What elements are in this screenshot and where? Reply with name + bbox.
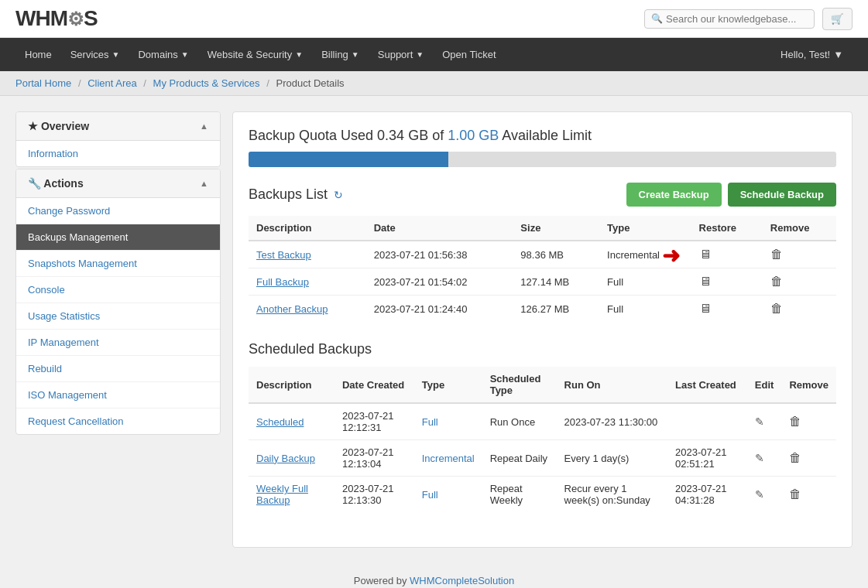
- edit-icon[interactable]: ✎: [755, 452, 764, 464]
- logo-text: WHM⚙S: [15, 6, 98, 31]
- delete-icon[interactable]: 🗑: [770, 275, 783, 289]
- nav-item-services[interactable]: Services ▼: [61, 38, 129, 71]
- sched-delete-icon[interactable]: 🗑: [789, 487, 801, 501]
- sched-col-scheduled-type: ScheduledType: [482, 367, 557, 403]
- topbar: WHM⚙S 🔍 🛒: [0, 0, 868, 38]
- topbar-right: 🔍 🛒: [644, 8, 853, 30]
- sched-run-on: 2023-07-23 11:30:00: [557, 403, 667, 440]
- progress-fill: [249, 152, 448, 167]
- services-caret-icon: ▼: [112, 50, 120, 59]
- billing-caret-icon: ▼: [352, 50, 359, 59]
- sched-run-on: Recur every 1 week(s) on:Sunday: [557, 477, 667, 513]
- col-date: Date: [366, 216, 513, 241]
- sched-delete-icon[interactable]: 🗑: [789, 415, 801, 429]
- nav-items: Home Services ▼ Domains ▼ Website & Secu…: [15, 38, 506, 71]
- sched-col-run-on: Run On: [557, 367, 667, 403]
- sidebar-actions-header[interactable]: 🔧 Actions ▲: [16, 169, 220, 198]
- sched-description-link[interactable]: Weekly Full Backup: [256, 483, 308, 506]
- star-icon: ★: [28, 120, 38, 132]
- sched-col-description: Description: [249, 367, 335, 403]
- nav-item-website-security[interactable]: Website & Security ▼: [198, 38, 313, 71]
- table-row: Another Backup 2023-07-21 01:24:40 126.2…: [249, 296, 836, 323]
- backup-description-link[interactable]: Full Backup: [256, 276, 309, 288]
- sched-date-created: 2023-07-21 12:12:31: [335, 403, 414, 440]
- sidebar-item-change-password[interactable]: Change Password: [16, 198, 220, 224]
- backup-restore-cell: 🖥: [691, 268, 763, 296]
- backups-table: Description Date Size Type Restore Remov…: [249, 216, 836, 322]
- search-box: 🔍: [644, 9, 815, 29]
- edit-icon[interactable]: ✎: [755, 488, 764, 501]
- logo-gear-icon: ⚙: [67, 9, 84, 29]
- sched-scheduled-type: Run Once: [482, 403, 557, 440]
- sched-delete-icon[interactable]: 🗑: [789, 451, 801, 465]
- breadcrumb-portal-home[interactable]: Portal Home: [15, 77, 71, 89]
- quota-title: Backup Quota Used 0.34 GB of 1.00 GB Ava…: [249, 128, 836, 144]
- backup-description-link[interactable]: Another Backup: [256, 303, 328, 315]
- breadcrumb-sep-2: /: [143, 77, 146, 89]
- nav-item-domains[interactable]: Domains ▼: [129, 38, 197, 71]
- nav-user[interactable]: Hello, Test! ▼: [771, 38, 853, 71]
- col-remove: Remove: [763, 216, 836, 241]
- col-description: Description: [249, 216, 366, 241]
- sched-col-type: Type: [414, 367, 482, 403]
- website-security-caret-icon: ▼: [295, 50, 303, 59]
- backup-remove-cell: 🗑: [763, 241, 836, 268]
- quota-highlight: 1.00 GB: [448, 128, 499, 143]
- delete-icon[interactable]: 🗑: [770, 302, 783, 316]
- nav-item-home[interactable]: Home: [15, 38, 61, 71]
- nav-item-billing[interactable]: Billing ▼: [312, 38, 369, 71]
- restore-icon[interactable]: 🖥: [699, 248, 712, 262]
- sidebar-item-usage-statistics[interactable]: Usage Statistics: [16, 303, 220, 330]
- overview-chevron-icon: ▲: [200, 121, 208, 131]
- table-row: Weekly Full Backup 2023-07-21 12:13:30 F…: [249, 477, 836, 513]
- restore-icon[interactable]: 🖥: [699, 302, 712, 316]
- backup-remove-cell: 🗑: [763, 296, 836, 323]
- support-caret-icon: ▼: [416, 50, 424, 59]
- nav-item-open-ticket[interactable]: Open Ticket: [433, 38, 505, 71]
- navbar: Home Services ▼ Domains ▼ Website & Secu…: [0, 38, 868, 71]
- restore-icon[interactable]: 🖥: [699, 275, 712, 289]
- scheduled-table-header-row: Description Date Created Type ScheduledT…: [249, 367, 836, 403]
- scheduled-backups-table: Description Date Created Type ScheduledT…: [249, 367, 836, 512]
- sidebar-item-snapshots-management[interactable]: Snapshots Management: [16, 251, 220, 277]
- backup-restore-cell: ➜ 🖥: [691, 241, 763, 268]
- quota-title-prefix: Backup Quota Used 0.34 GB of: [249, 128, 448, 143]
- table-row: Scheduled 2023-07-21 12:12:31 Full Run O…: [249, 403, 836, 440]
- backup-size: 126.27 MB: [513, 296, 599, 323]
- refresh-icon[interactable]: ↻: [334, 189, 343, 201]
- sched-col-last-created: Last Created: [667, 367, 747, 403]
- backup-date: 2023-07-21 01:56:38: [366, 241, 513, 268]
- create-backup-button[interactable]: Create Backup: [626, 183, 722, 207]
- sched-type: Incremental: [422, 453, 475, 464]
- sidebar-item-request-cancellation[interactable]: Request Cancellation: [16, 409, 220, 434]
- backup-restore-cell: 🖥: [691, 296, 763, 323]
- breadcrumb-my-products[interactable]: My Products & Services: [153, 77, 260, 89]
- schedule-backup-button[interactable]: Schedule Backup: [728, 183, 836, 207]
- search-input[interactable]: [666, 13, 808, 25]
- sidebar-item-rebuild[interactable]: Rebuild: [16, 356, 220, 382]
- breadcrumb: Portal Home / Client Area / My Products …: [0, 71, 868, 96]
- sched-edit-cell: ✎: [747, 440, 782, 477]
- actions-chevron-icon: ▲: [200, 179, 208, 188]
- backup-description-link[interactable]: Test Backup: [256, 249, 311, 261]
- footer-link[interactable]: WHMCompleteSolution: [410, 575, 514, 586]
- sched-description-link[interactable]: Scheduled: [256, 416, 304, 428]
- footer-text: Powered by: [354, 575, 410, 586]
- sidebar-item-ip-management[interactable]: IP Management: [16, 330, 220, 356]
- sched-scheduled-type: Repeat Weekly: [482, 477, 557, 513]
- sidebar-item-backups-management[interactable]: Backups Management: [16, 224, 220, 251]
- sidebar-item-iso-management[interactable]: ISO Management: [16, 382, 220, 409]
- nav-item-support[interactable]: Support ▼: [369, 38, 433, 71]
- breadcrumb-client-area[interactable]: Client Area: [87, 77, 137, 89]
- backup-size: 127.14 MB: [513, 268, 599, 296]
- cart-button[interactable]: 🛒: [822, 8, 853, 30]
- edit-icon[interactable]: ✎: [755, 415, 764, 428]
- sched-description-link[interactable]: Daily Backup: [256, 453, 315, 464]
- sidebar-overview-header[interactable]: ★ Overview ▲: [16, 112, 220, 141]
- delete-icon[interactable]: 🗑: [770, 248, 783, 262]
- sched-col-date-created: Date Created: [335, 367, 414, 403]
- sidebar-item-information[interactable]: Information: [16, 141, 220, 166]
- footer: Powered by WHMCompleteSolution: [0, 563, 868, 588]
- sched-remove-cell: 🗑: [781, 477, 836, 513]
- sidebar-item-console[interactable]: Console: [16, 277, 220, 303]
